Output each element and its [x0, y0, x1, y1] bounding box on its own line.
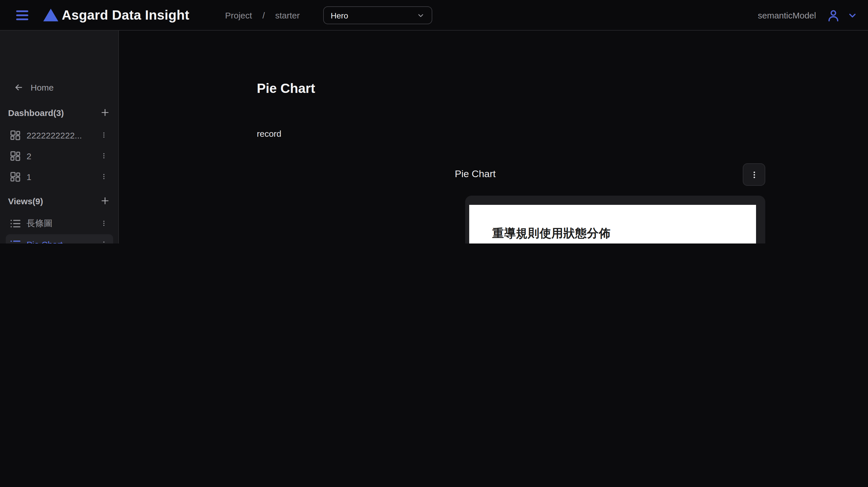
main-content: Pie Chart Add to Dashboard record Pie Ch…: [119, 31, 868, 244]
dashboard-section-header: Dashboard(3): [8, 106, 110, 120]
sidebar-view-item[interactable]: 長條圖: [6, 214, 113, 233]
sidebar-dashboard-item-label: 1: [27, 172, 99, 182]
views-section-title: Views(9): [8, 196, 43, 206]
dashboard-section-title: Dashboard(3): [8, 108, 64, 118]
sidebar-view-item-label: 長條圖: [27, 218, 99, 229]
semantic-model-label: semanticModel: [758, 10, 816, 20]
views-section-header: Views(9): [8, 194, 110, 208]
sidebar-dashboard-item[interactable]: 2222222222...: [6, 125, 113, 145]
back-arrow-icon: [14, 83, 24, 92]
item-kebab-menu-icon[interactable]: [99, 129, 108, 141]
dataset-select[interactable]: Hero: [323, 6, 432, 24]
sidebar: Home Dashboard(3) 2222222222...21 Views(…: [0, 31, 119, 244]
user-menu-chevron-icon[interactable]: [847, 10, 858, 21]
user-icon[interactable]: [827, 8, 840, 22]
dashboard-list: 2222222222...21: [6, 125, 113, 186]
breadcrumb-page[interactable]: starter: [275, 10, 300, 20]
sidebar-view-item[interactable]: Pie Chart: [6, 234, 113, 244]
sidebar-dashboard-item-label: 2: [27, 151, 99, 161]
chart-options-button[interactable]: [743, 163, 765, 186]
chart-section-title: Pie Chart: [455, 168, 496, 180]
chevron-down-icon: [417, 11, 425, 19]
chart-card: 重導規則使用狀態分佈 1 (5.3%) 18 (94.7%) 規則狀態 有觸發紀…: [465, 196, 765, 244]
breadcrumb-separator: /: [262, 10, 265, 20]
sidebar-home-button[interactable]: Home: [14, 83, 54, 92]
top-header: Asgard Data Insight Project / starter He…: [0, 0, 868, 31]
app-logo-triangle-icon: [43, 9, 58, 21]
list-view-icon: [9, 238, 21, 244]
sidebar-dashboard-item-label: 2222222222...: [27, 130, 99, 140]
sidebar-dashboard-item[interactable]: 2: [6, 146, 113, 166]
sidebar-view-item-label: Pie Chart: [27, 239, 99, 244]
item-kebab-menu-icon[interactable]: [99, 238, 108, 244]
dashboard-grid-icon: [9, 171, 21, 182]
hamburger-menu-icon[interactable]: [16, 9, 28, 21]
chart-canvas: 重導規則使用狀態分佈 1 (5.3%) 18 (94.7%) 規則狀態 有觸發紀…: [469, 205, 756, 244]
breadcrumb-project[interactable]: Project: [225, 10, 252, 20]
item-kebab-menu-icon[interactable]: [99, 171, 108, 182]
record-label: record: [257, 129, 281, 138]
sidebar-home-label: Home: [31, 83, 54, 92]
dashboard-grid-icon: [9, 150, 21, 162]
views-list: 長條圖Pie Chart觸發圓餅觸發saveapprule只有表格轉導: [6, 214, 113, 244]
add-view-icon[interactable]: [100, 196, 110, 206]
item-kebab-menu-icon[interactable]: [99, 150, 108, 162]
page-title: Pie Chart: [257, 81, 315, 96]
sidebar-dashboard-item[interactable]: 1: [6, 167, 113, 186]
list-view-icon: [9, 218, 21, 229]
item-kebab-menu-icon[interactable]: [99, 218, 108, 229]
dashboard-grid-icon: [9, 129, 21, 141]
add-dashboard-icon[interactable]: [100, 107, 110, 118]
app-window: Asgard Data Insight Project / starter He…: [0, 0, 868, 244]
header-right-group: semanticModel: [758, 0, 858, 31]
breadcrumb: Project / starter: [225, 0, 300, 31]
chart-title: 重導規則使用狀態分佈: [492, 226, 611, 241]
dataset-select-value: Hero: [331, 11, 417, 20]
app-title: Asgard Data Insight: [62, 0, 189, 31]
